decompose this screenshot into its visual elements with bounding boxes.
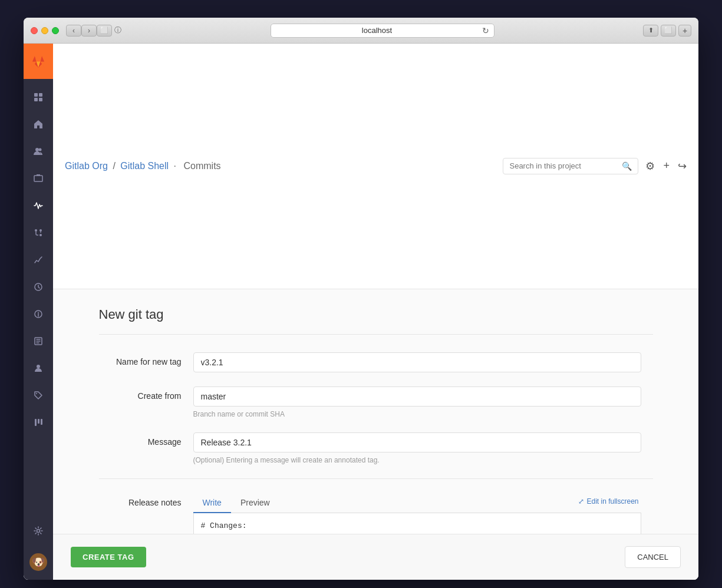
search-input[interactable] bbox=[509, 161, 622, 170]
home-icon bbox=[34, 120, 43, 129]
sidebar-item-board[interactable] bbox=[24, 409, 53, 436]
avatar: 🐶 bbox=[29, 553, 47, 571]
window-split-button[interactable]: ⬜ bbox=[97, 25, 112, 37]
release-notes-field: Write Preview ⤢ Edit in fullscreen # Cha… bbox=[193, 493, 641, 534]
content-inner: New git tag Name for new tag Create from bbox=[81, 289, 671, 534]
release-notes-group: Release notes Write Preview ⤢ Edit in fu… bbox=[99, 493, 653, 534]
sidebar-item-todos[interactable] bbox=[24, 273, 53, 300]
message-label: Message bbox=[111, 432, 193, 447]
groups-icon bbox=[34, 147, 43, 156]
snippets-icon bbox=[34, 336, 43, 346]
svg-point-5 bbox=[39, 148, 42, 151]
sidebar-item-info[interactable] bbox=[24, 300, 53, 328]
name-input[interactable] bbox=[193, 352, 641, 372]
mac-window: ‹ › ⬜ ⓘ localhost ↻ ⬆ ⬜ + bbox=[24, 18, 698, 580]
info-nav-icon bbox=[34, 309, 43, 319]
cancel-button[interactable]: CANCEL bbox=[625, 546, 681, 568]
merge-icon bbox=[34, 228, 43, 237]
mac-titlebar: ‹ › ⬜ ⓘ localhost ↻ ⬆ ⬜ + bbox=[24, 18, 698, 44]
svg-rect-0 bbox=[34, 93, 38, 97]
fullscreen-icon: ⤢ bbox=[578, 497, 584, 506]
svg-point-13 bbox=[37, 365, 40, 368]
divider bbox=[99, 478, 653, 479]
release-textarea[interactable]: # Changes: * Fixed bug with creating new… bbox=[193, 513, 641, 534]
release-notes-label: Release notes bbox=[111, 493, 193, 507]
page-title: New git tag bbox=[99, 307, 653, 335]
fullscreen-link[interactable]: ⤢ Edit in fullscreen bbox=[578, 497, 641, 508]
new-tab-button[interactable]: ⬜ bbox=[661, 25, 676, 37]
tab-write[interactable]: Write bbox=[193, 493, 231, 513]
message-form-group: Message (Optional) Entering a message wi… bbox=[99, 432, 653, 464]
info-icon: ⓘ bbox=[114, 25, 121, 35]
reload-button[interactable]: ↻ bbox=[482, 26, 489, 35]
projects-icon bbox=[34, 174, 43, 183]
svg-rect-16 bbox=[38, 419, 39, 424]
address-bar[interactable]: localhost ↻ bbox=[271, 24, 494, 38]
sidebar: 🐶 bbox=[24, 44, 53, 580]
gitlab-logo[interactable] bbox=[24, 44, 53, 79]
back-button[interactable]: ‹ bbox=[66, 25, 81, 37]
sidebar-item-activity[interactable] bbox=[24, 192, 53, 219]
browser-action-buttons: ⬆ ⬜ + bbox=[643, 25, 691, 37]
header-actions: ⚙ + ↪ bbox=[645, 160, 687, 173]
minimize-button[interactable] bbox=[41, 27, 48, 34]
sidebar-item-snippets[interactable] bbox=[24, 328, 53, 355]
settings-button[interactable]: ⚙ bbox=[645, 160, 655, 173]
svg-point-7 bbox=[35, 229, 37, 232]
signout-button[interactable]: ↪ bbox=[678, 160, 687, 173]
url-text: localhost bbox=[276, 26, 479, 35]
add-button[interactable]: + bbox=[663, 160, 670, 172]
fullscreen-label: Edit in fullscreen bbox=[586, 497, 638, 506]
add-tab-button[interactable]: + bbox=[678, 25, 691, 37]
breadcrumb-sep2: · bbox=[174, 161, 176, 171]
sidebar-item-groups[interactable] bbox=[24, 138, 53, 165]
fox-icon bbox=[31, 54, 46, 69]
tabs-row: Write Preview ⤢ Edit in fullscreen bbox=[193, 493, 641, 513]
breadcrumb-org[interactable]: Gitlab Org bbox=[65, 161, 108, 171]
share-button[interactable]: ⬆ bbox=[643, 25, 658, 37]
sidebar-item-dashboard[interactable] bbox=[24, 84, 53, 111]
breadcrumb-sep1: / bbox=[113, 161, 115, 171]
sidebar-item-tags[interactable] bbox=[24, 382, 53, 409]
forward-button[interactable]: › bbox=[81, 25, 97, 37]
analytics-icon bbox=[34, 255, 43, 265]
sidebar-item-admin[interactable] bbox=[24, 517, 53, 544]
create-from-form-group: Create from Branch name or commit SHA bbox=[99, 387, 653, 418]
svg-point-14 bbox=[36, 393, 37, 394]
message-hint: (Optional) Entering a message will creat… bbox=[193, 456, 641, 464]
activity-icon bbox=[34, 201, 43, 210]
search-icon[interactable]: 🔍 bbox=[622, 161, 632, 171]
sidebar-item-home[interactable] bbox=[24, 111, 53, 138]
name-field bbox=[193, 352, 641, 372]
search-box[interactable]: 🔍 bbox=[503, 158, 638, 174]
svg-rect-15 bbox=[35, 419, 37, 426]
breadcrumb-section: Commits bbox=[183, 161, 220, 171]
people-icon bbox=[34, 364, 43, 373]
message-input[interactable] bbox=[193, 432, 641, 452]
create-tag-button[interactable]: CREATE TAG bbox=[71, 547, 146, 567]
create-from-label: Create from bbox=[111, 387, 193, 401]
action-bar: CREATE TAG CANCEL bbox=[53, 534, 698, 580]
board-icon bbox=[34, 418, 43, 427]
maximize-button[interactable] bbox=[52, 27, 59, 34]
sidebar-item-analytics[interactable] bbox=[24, 246, 53, 273]
settings-nav-icon bbox=[34, 526, 43, 536]
create-from-input[interactable] bbox=[193, 387, 641, 407]
app-header: Gitlab Org / Gitlab Shell · Commits 🔍 ⚙ … bbox=[53, 44, 698, 289]
traffic-lights bbox=[31, 27, 59, 34]
name-label: Name for new tag bbox=[111, 352, 193, 366]
svg-point-4 bbox=[35, 148, 39, 151]
breadcrumb-project[interactable]: Gitlab Shell bbox=[120, 161, 169, 171]
sidebar-item-merge-requests[interactable] bbox=[24, 219, 53, 246]
tab-preview[interactable]: Preview bbox=[231, 493, 279, 513]
user-avatar-container[interactable]: 🐶 bbox=[24, 544, 53, 580]
breadcrumb: Gitlab Org / Gitlab Shell · Commits bbox=[65, 161, 503, 171]
svg-point-8 bbox=[39, 234, 42, 236]
svg-point-18 bbox=[37, 530, 40, 533]
create-from-hint: Branch name or commit SHA bbox=[193, 410, 641, 418]
sidebar-item-people[interactable] bbox=[24, 355, 53, 382]
main-content: New git tag Name for new tag Create from bbox=[53, 289, 698, 534]
close-button[interactable] bbox=[31, 27, 38, 34]
sidebar-item-projects[interactable] bbox=[24, 165, 53, 192]
svg-rect-1 bbox=[39, 93, 42, 97]
